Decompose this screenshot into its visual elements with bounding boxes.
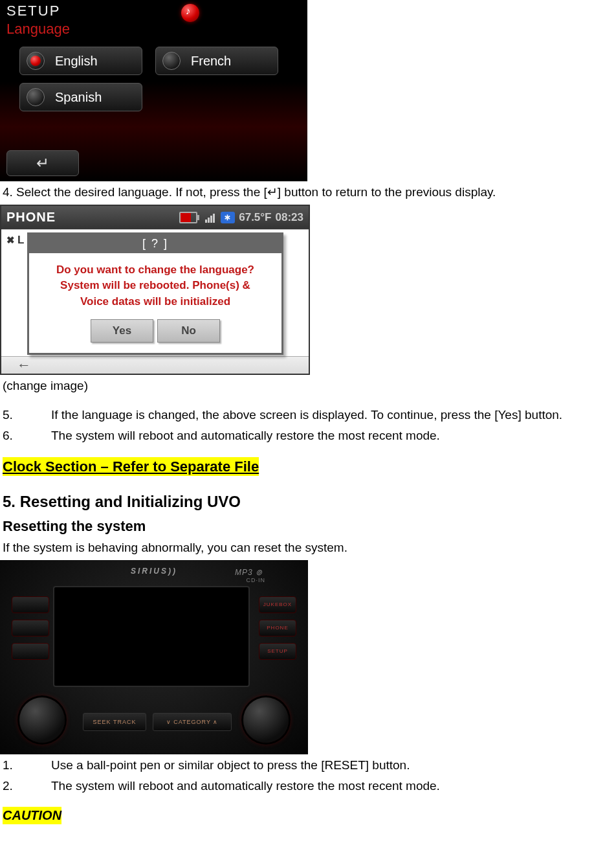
brand-label: SIRIUS)) — [131, 567, 177, 576]
language-spanish-button[interactable]: Spanish — [19, 83, 142, 111]
setup-language-panel: SETUP Language English French Spanish ↵ — [0, 0, 307, 181]
resetting-subheading: Resetting the system — [0, 514, 616, 537]
phone-header: PHONE ∗ 67.5°F 08:23 — [1, 206, 309, 229]
bluetooth-icon: ∗ — [221, 212, 235, 223]
back-icon: ↵ — [36, 154, 49, 172]
change-image-note: (change image) — [0, 375, 616, 396]
clock: 08:23 — [276, 211, 303, 224]
left-hard-button-2[interactable] — [12, 620, 49, 637]
temperature: 67.5°F — [239, 211, 271, 224]
reset-step-2: 2. The system will reboot and automatica… — [0, 775, 616, 796]
left-knob[interactable] — [19, 697, 65, 743]
language-label: French — [191, 54, 231, 69]
phone-dialog-panel: PHONE ∗ 67.5°F 08:23 ✖L [ ? ] Do you wan… — [0, 205, 310, 375]
setup-subtitle: Language — [0, 21, 307, 47]
step-5: 5. If the language is changed, the above… — [0, 404, 616, 425]
caution-heading: CAUTION — [3, 807, 61, 824]
category-button[interactable]: ∨ CATEGORY ∧ — [153, 713, 232, 731]
popup-message: Do you want to change the language? Syst… — [29, 253, 281, 317]
language-english-button[interactable]: English — [19, 47, 142, 75]
seek-track-button[interactable]: SEEK TRACK — [83, 713, 146, 731]
left-hard-button-3[interactable] — [12, 643, 49, 660]
partial-text-behind-popup: ✖L — [6, 234, 24, 247]
no-button[interactable]: No — [157, 319, 220, 343]
setup-button[interactable]: SETUP — [259, 643, 296, 660]
resetting-heading: 5. Resetting and Initializing UVO — [0, 489, 616, 513]
step-4-text: 4. Select the desired language. If not, … — [0, 181, 616, 202]
phone-title: PHONE — [6, 210, 56, 225]
confirm-popup: [ ? ] Do you want to change the language… — [27, 232, 283, 355]
wrench-icon: ✖ — [6, 234, 15, 245]
radio-selected-icon — [27, 52, 45, 70]
language-french-button[interactable]: French — [155, 47, 278, 75]
cdin-label: CD·IN — [247, 577, 266, 583]
back-button[interactable]: ↵ — [6, 150, 79, 176]
language-label: English — [55, 54, 98, 69]
head-unit-photo: SIRIUS)) MP3 ⊚ CD·IN JUKEBOX PHONE SETUP… — [0, 560, 308, 754]
signal-icon — [203, 211, 217, 224]
battery-icon — [179, 211, 199, 224]
yes-button[interactable]: Yes — [91, 319, 153, 343]
music-icon — [181, 4, 199, 22]
right-knob[interactable] — [243, 697, 289, 743]
step-6: 6. The system will reboot and automatica… — [0, 425, 616, 445]
phone-footer-bar: ← — [1, 356, 309, 374]
back-arrow-icon[interactable]: ← — [17, 357, 31, 374]
radio-icon — [162, 52, 181, 70]
phone-button[interactable]: PHONE — [259, 620, 296, 637]
unit-screen — [53, 586, 250, 687]
jukebox-button[interactable]: JUKEBOX — [259, 596, 296, 613]
resetting-intro: If the system is behaving abnormally, yo… — [0, 537, 616, 558]
setup-title: SETUP — [0, 0, 307, 21]
reset-step-1: 1. Use a ball-point pen or similar objec… — [0, 754, 616, 775]
left-hard-button-1[interactable] — [12, 596, 49, 613]
clock-section-heading: Clock Section – Refer to Separate File — [3, 457, 259, 477]
mp3-label: MP3 ⊚ — [235, 568, 263, 577]
radio-icon — [27, 88, 45, 106]
popup-title: [ ? ] — [29, 234, 281, 253]
language-label: Spanish — [55, 90, 102, 105]
